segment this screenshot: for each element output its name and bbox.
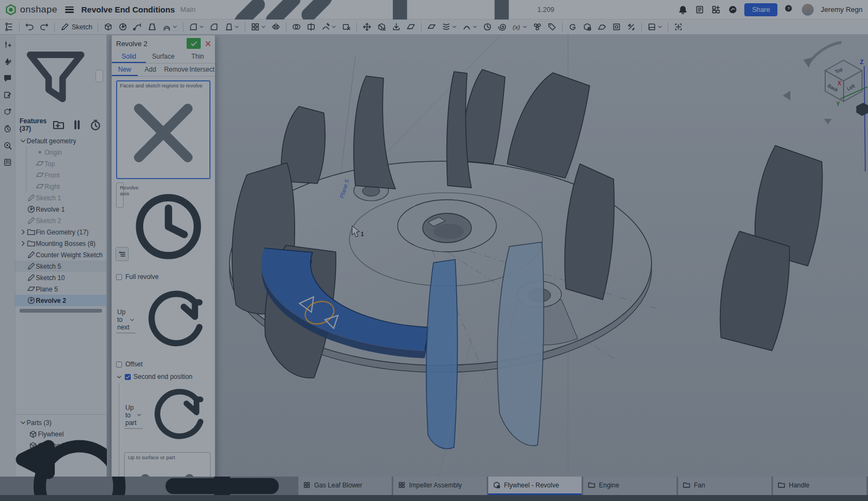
cancel-button[interactable] [205,40,212,47]
chevron-right-icon[interactable] [20,240,27,247]
faces-field[interactable]: Faces and sketch regions to revolve Face… [116,80,210,179]
feature-row[interactable]: Fin Geometry (17) [15,226,106,238]
version-number[interactable]: 1.209 [537,6,554,14]
tab-solid[interactable]: Solid [112,50,146,63]
history-clock-icon[interactable] [89,118,102,131]
variables-icon[interactable] [3,40,12,49]
filter-funnel-icon[interactable] [18,39,93,113]
user-avatar[interactable] [802,4,814,16]
feature-list-toggle-button[interactable] [116,247,129,261]
chevron-down-icon[interactable] [173,24,177,29]
chevron-down-icon[interactable] [658,24,662,29]
import-tool-icon[interactable] [390,21,403,33]
chevron-down-icon[interactable] [331,24,336,29]
feature-row[interactable]: Revolve 2 [15,295,106,306]
second-end-position-toggle[interactable]: Second end position [116,373,210,380]
help-icon[interactable]: ? [784,4,793,15]
search-icon[interactable] [3,141,12,150]
chevron-right-icon[interactable] [20,229,27,236]
wrap-tool-icon[interactable] [460,21,480,33]
thicken-tool-icon[interactable] [160,21,180,33]
flip-direction-icon[interactable] [146,383,210,448]
help-menu[interactable]: ? [784,4,794,15]
document-panel-icon[interactable] [695,5,705,15]
loft-tool-icon[interactable] [145,21,159,33]
apps-grid-icon[interactable] [711,5,721,15]
second-end-condition-select[interactable]: Up to part [124,403,143,429]
pencil-tool-icon[interactable]: Sketch [58,21,94,33]
redo-tool-icon[interactable] [37,21,51,33]
tab-remove[interactable]: Remove [163,64,189,76]
feature-row[interactable]: Sketch 10 [15,272,106,283]
configurations-icon[interactable] [3,107,12,116]
mirror-tool-icon[interactable] [269,21,283,33]
feature-row[interactable]: Front [15,169,106,181]
trim-tool-icon[interactable] [319,21,339,33]
feature-row[interactable]: Sketch 5 [15,261,106,272]
user-name[interactable]: Jeremy Regn [821,5,863,14]
chamfer-tool-icon[interactable] [207,21,221,33]
chevron-down-icon[interactable] [452,24,457,29]
full-revolve-checkbox[interactable]: Full revolve [116,273,210,281]
spiral-tool-icon[interactable] [495,21,509,33]
feature-row[interactable]: Counter Weight Sketch [15,249,106,261]
grid-tool-icon[interactable] [248,21,268,33]
learning-center-icon[interactable] [728,5,738,15]
end-condition-select[interactable]: Up to next [116,307,136,333]
target-tool-icon[interactable] [672,21,685,33]
split-tool-icon[interactable] [304,21,318,33]
rollback-bar[interactable] [20,309,102,313]
mate-connector-icon[interactable] [126,185,210,269]
chevron-down-icon[interactable] [522,24,527,29]
branch-name[interactable]: Main [180,5,195,14]
boolean-tool-icon[interactable] [290,21,303,33]
feature-row[interactable]: Mounting Bosses (8) [15,238,106,249]
axis-field[interactable]: Revolve axis Edge of Revolve 1 [116,182,124,208]
dialog-header[interactable]: Revolve 2 [112,35,215,50]
del2-tool-icon[interactable] [375,21,388,33]
revolve-tool-icon[interactable] [116,21,130,33]
clear-selection-icon[interactable] [128,461,207,477]
feature-row[interactable]: Sketch 2 [15,215,106,226]
document-tab[interactable]: Gas Leaf Blower [298,477,392,495]
feature-row[interactable]: Right [15,181,106,192]
new-folder-icon[interactable] [52,118,65,131]
gpart-tool-icon[interactable] [566,21,579,33]
notifications-bell-icon[interactable] [678,5,688,15]
offset-checkbox[interactable]: Offset [116,360,210,368]
tab-intersect[interactable]: Intersect [189,64,215,76]
chevron-down-icon[interactable] [473,24,477,29]
document-tab[interactable]: Fan [678,477,771,495]
tab-add[interactable]: Add [138,64,164,76]
share-button[interactable]: Share [744,3,777,16]
helix-tool-icon[interactable] [439,21,459,33]
feature-row[interactable]: Sketch 1 [15,192,106,204]
sweep-tool-icon[interactable] [131,21,144,33]
up-to-entity-field[interactable]: Up to surface or part Cooling Fin [124,452,210,477]
chevron-down-icon[interactable] [20,137,27,144]
sheet-tool-icon[interactable] [404,21,418,33]
plane-tool-icon[interactable] [425,21,438,33]
box-tool-icon[interactable] [101,21,115,33]
versions-icon[interactable] [3,124,12,133]
view-cube[interactable]: Top Back Left Z Y X [783,42,868,172]
suppress-pause-icon[interactable] [71,118,84,131]
feature-row[interactable]: Revolve 1 [15,204,106,215]
book-tool-icon[interactable] [645,21,665,33]
frame-tool-icon[interactable] [610,21,623,33]
studio-tool-icon[interactable] [580,21,594,33]
document-tab[interactable]: Impeller Assembly [393,477,487,495]
tag-tool-icon[interactable] [545,21,559,33]
del-tool-icon[interactable] [340,21,353,33]
tab-surface[interactable]: Surface [146,50,180,63]
fillet-tool-icon[interactable] [187,21,206,33]
appearance-icon[interactable] [3,57,12,66]
sheetm-tool-icon[interactable] [595,21,609,33]
filter-input[interactable] [95,70,103,82]
hamburger-menu-icon[interactable] [65,7,74,13]
document-tab[interactable]: Engine [583,477,676,495]
feature-row[interactable]: Origin [15,147,106,158]
document-tab[interactable]: Flywheel - Revolve [488,477,582,495]
feature-row[interactable]: Default geometry [15,135,106,147]
atoms-tool-icon[interactable] [531,21,544,33]
